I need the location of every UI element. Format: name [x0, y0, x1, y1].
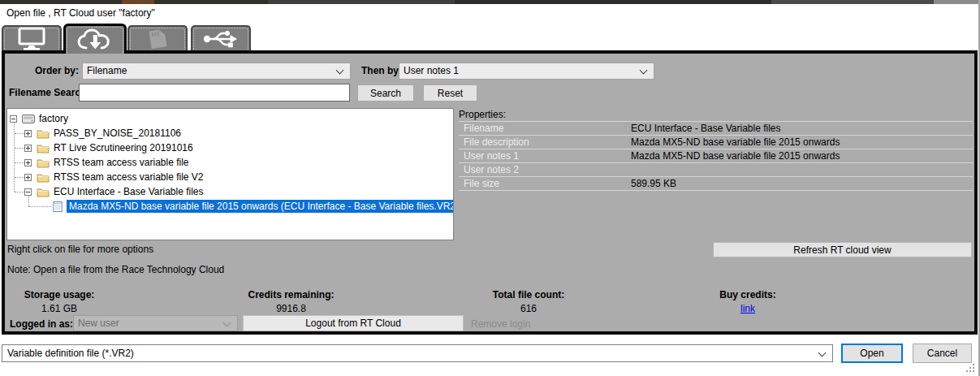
- order-by-label: Order by:: [14, 65, 79, 77]
- resize-grip[interactable]: [966, 364, 975, 373]
- then-by-label: Then by:: [361, 65, 402, 77]
- storage-usage-stat: Storage usage: 1.61 GB: [15, 289, 104, 314]
- buy-credits-stat: Buy credits: link: [703, 289, 792, 314]
- usb-icon: [201, 27, 240, 51]
- tree-item-folder[interactable]: PASS_BY_NOISE_20181106: [24, 126, 181, 140]
- total-file-count-label: Total file count:: [488, 289, 569, 300]
- expand-icon[interactable]: [24, 130, 32, 137]
- property-label: User notes 2: [464, 163, 519, 176]
- buy-credits-link[interactable]: link: [740, 303, 755, 314]
- tree-connector-line: [15, 133, 24, 134]
- folder-icon: [37, 158, 50, 168]
- open-file-dialog: Open file , RT Cloud user "factory": [0, 0, 980, 376]
- logout-button[interactable]: Logout from RT Cloud: [243, 315, 464, 331]
- property-row: File size 589.95 KB: [459, 177, 973, 191]
- chevron-down-icon: [818, 349, 827, 357]
- computer-icon: [13, 27, 50, 51]
- property-row: File description Mazda MX5-ND base varia…: [459, 136, 973, 149]
- then-by-select[interactable]: User notes 1: [399, 63, 654, 80]
- properties-table: Filename ECU Interface - Base Variable f…: [459, 121, 973, 191]
- property-value: Mazda MX5-ND base variable file 2015 onw…: [631, 136, 840, 149]
- tree-connector-line: [15, 192, 24, 192]
- total-file-count-value: 616: [488, 303, 569, 314]
- cloud-file-tree[interactable]: factory PASS_BY_NOISE_20181106 RT Live S…: [6, 108, 454, 240]
- order-by-value: Filename: [87, 65, 127, 76]
- sd-card-icon: [140, 27, 175, 51]
- drive-icon: [22, 114, 35, 124]
- property-value: Mazda MX5-ND base variable file 2015 onw…: [631, 149, 840, 162]
- tree-item-label: RTSS team access variable file: [54, 157, 189, 168]
- selected-file-label: Mazda MX5-ND base variable file 2015 onw…: [67, 200, 454, 213]
- cloud-browser-panel: Order by: Filename Then by: User notes 1…: [2, 50, 978, 335]
- top-edge-artifact: [0, 0, 978, 4]
- tree-connector-line: [15, 177, 24, 178]
- expand-icon[interactable]: [24, 145, 32, 152]
- storage-usage-value: 1.61 GB: [15, 303, 104, 314]
- tab-local-computer[interactable]: [2, 25, 62, 50]
- property-row: User notes 2: [459, 163, 973, 177]
- tree-item-label: RTSS team access variable file V2: [54, 171, 204, 183]
- expand-icon[interactable]: [24, 174, 32, 181]
- tree-item-folder[interactable]: ECU Interface - Base Variable files: [24, 184, 204, 199]
- logged-in-as-label: Logged in as:: [10, 318, 73, 331]
- then-by-value: User notes 1: [404, 65, 459, 76]
- tree-item-root[interactable]: factory: [10, 111, 68, 126]
- tab-rt-cloud-active[interactable]: [63, 24, 127, 54]
- tree-item-label: RT Live Scrutineering 20191016: [54, 142, 193, 153]
- remove-login-label-disabled: Remove login: [471, 318, 530, 331]
- folder-icon: [37, 172, 50, 183]
- property-label: File description: [464, 136, 529, 149]
- total-file-count-stat: Total file count: 616: [488, 289, 569, 314]
- refresh-cloud-view-button[interactable]: Refresh RT cloud view: [713, 242, 972, 257]
- tree-item-label: ECU Interface - Base Variable files: [54, 186, 204, 197]
- folder-icon: [37, 128, 50, 139]
- tree-item-folder[interactable]: RT Live Scrutineering 20191016: [24, 140, 193, 155]
- filename-search-input[interactable]: [79, 84, 350, 102]
- tree-item-label: PASS_BY_NOISE_20181106: [54, 127, 181, 139]
- collapse-icon[interactable]: [24, 188, 32, 196]
- buy-credits-label: Buy credits:: [703, 289, 792, 300]
- tree-item-folder[interactable]: RTSS team access variable file: [24, 155, 189, 170]
- cancel-button[interactable]: Cancel: [913, 344, 972, 363]
- right-click-hint: Right click on file for more options: [7, 244, 153, 256]
- property-label: Filename: [464, 122, 503, 135]
- storage-usage-label: Storage usage:: [15, 289, 104, 300]
- tree-connector-line: [14, 120, 15, 192]
- logged-in-user-select-disabled: New user: [73, 315, 238, 331]
- chevron-down-icon: [223, 319, 231, 327]
- property-value: 589.95 KB: [631, 177, 676, 190]
- tab-usb-device[interactable]: [191, 25, 251, 50]
- document-icon: [53, 201, 63, 212]
- order-by-select[interactable]: Filename: [82, 63, 351, 80]
- open-file-note: Note: Open a file from the Race Technolo…: [7, 264, 224, 276]
- chevron-down-icon: [336, 67, 344, 75]
- credits-remaining-stat: Credits remaining: 9916.8: [244, 289, 338, 314]
- file-type-select[interactable]: Variable definition file (*.VR2): [2, 344, 833, 362]
- file-type-value: Variable definition file (*.VR2): [7, 348, 134, 359]
- properties-title: Properties:: [459, 109, 506, 121]
- tree-connector-line: [15, 162, 24, 163]
- chevron-down-icon: [640, 67, 648, 75]
- property-label: User notes 1: [464, 149, 519, 162]
- credits-remaining-label: Credits remaining:: [244, 289, 338, 300]
- property-row: User notes 1 Mazda MX5-ND base variable …: [459, 149, 973, 163]
- filename-search-label: Filename Search:: [9, 87, 76, 99]
- tree-connector-line: [28, 206, 51, 207]
- search-button[interactable]: Search: [357, 84, 414, 102]
- reset-button[interactable]: Reset: [423, 84, 477, 102]
- property-label: File size: [464, 177, 499, 190]
- expand-icon[interactable]: [24, 159, 32, 166]
- tree-connector-line: [15, 148, 24, 149]
- tree-item-label: factory: [39, 113, 68, 124]
- open-button[interactable]: Open: [841, 344, 903, 363]
- folder-icon: [37, 143, 50, 153]
- folder-icon: [37, 187, 50, 197]
- dialog-title: Open file , RT Cloud user "factory": [6, 7, 155, 19]
- tree-item-folder[interactable]: RTSS team access variable file V2: [24, 170, 204, 184]
- property-row: Filename ECU Interface - Base Variable f…: [459, 122, 973, 136]
- collapse-icon[interactable]: [10, 115, 17, 123]
- tree-item-selected-file[interactable]: Mazda MX5-ND base variable file 2015 onw…: [53, 199, 454, 214]
- tab-sd-card-disabled[interactable]: [127, 25, 188, 50]
- logged-in-user-value: New user: [78, 318, 119, 329]
- credits-remaining-value: 9916.8: [244, 303, 338, 314]
